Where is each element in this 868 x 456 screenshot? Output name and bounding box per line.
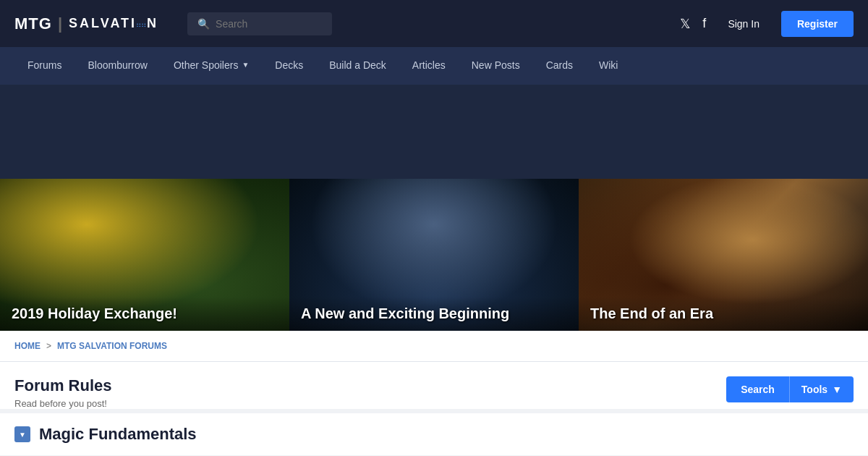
logo-dots: ∷∷ bbox=[137, 22, 147, 29]
breadcrumb: HOME > MTG SALVATION FORUMS bbox=[0, 331, 868, 362]
search-bar: 🔍 bbox=[187, 12, 332, 35]
forum-header: Forum Rules Read before you post! Search… bbox=[14, 376, 854, 409]
chevron-down-icon: ▼ bbox=[832, 384, 842, 395]
card-item-2[interactable]: A New and Exciting Beginning bbox=[289, 179, 579, 331]
logo-salvation: SALVATI∷∷N bbox=[69, 16, 158, 31]
nav-item-forums[interactable]: Forums bbox=[14, 47, 75, 85]
header: MTG | SALVATI∷∷N 🔍 𝕏 f Sign In Register bbox=[0, 0, 868, 47]
sign-in-button[interactable]: Sign In bbox=[728, 18, 760, 30]
forum-section: Forum Rules Read before you post! Search… bbox=[0, 362, 868, 409]
nav-item-cards[interactable]: Cards bbox=[533, 47, 586, 85]
twitter-icon[interactable]: 𝕏 bbox=[680, 16, 691, 32]
register-button[interactable]: Register bbox=[781, 11, 854, 37]
logo-divider: | bbox=[58, 14, 63, 33]
search-button[interactable]: Search bbox=[726, 376, 789, 402]
forum-subtitle: Read before you post! bbox=[14, 398, 111, 409]
card-label-1: 2019 Holiday Exchange! bbox=[0, 297, 289, 331]
chevron-down-icon: ▼ bbox=[19, 431, 26, 439]
magic-fundamentals-section: ▼ Magic Fundamentals bbox=[0, 413, 868, 455]
breadcrumb-separator: > bbox=[46, 341, 51, 351]
card-item-1[interactable]: 2019 Holiday Exchange! bbox=[0, 179, 289, 331]
nav-item-bloomburrow[interactable]: Bloomburrow bbox=[75, 47, 160, 85]
card-label-3: The End of an Era bbox=[579, 297, 868, 331]
card-label-2: A New and Exciting Beginning bbox=[289, 297, 579, 331]
nav-item-wiki[interactable]: Wiki bbox=[586, 47, 631, 85]
magic-fundamentals-title: Magic Fundamentals bbox=[39, 425, 197, 444]
card-item-3[interactable]: The End of an Era bbox=[579, 179, 868, 331]
chevron-down-icon: ▼ bbox=[242, 61, 249, 69]
collapse-button[interactable]: ▼ bbox=[14, 426, 30, 442]
nav-item-decks[interactable]: Decks bbox=[262, 47, 316, 85]
cards-section: 2019 Holiday Exchange! A New and Excitin… bbox=[0, 179, 868, 331]
social-icons: 𝕏 f bbox=[680, 16, 706, 32]
nav-item-other-spoilers[interactable]: Other Spoilers ▼ bbox=[161, 47, 262, 85]
breadcrumb-home[interactable]: HOME bbox=[14, 341, 41, 351]
forum-title-block: Forum Rules Read before you post! bbox=[14, 376, 111, 409]
tools-button[interactable]: Tools ▼ bbox=[789, 376, 854, 402]
logo[interactable]: MTG | SALVATI∷∷N bbox=[14, 14, 158, 33]
nav: Forums Bloomburrow Other Spoilers ▼ Deck… bbox=[0, 47, 868, 85]
facebook-icon[interactable]: f bbox=[702, 16, 706, 31]
search-input[interactable] bbox=[216, 18, 317, 30]
nav-item-articles[interactable]: Articles bbox=[399, 47, 459, 85]
search-icon: 🔍 bbox=[197, 18, 210, 30]
nav-item-new-posts[interactable]: New Posts bbox=[459, 47, 533, 85]
nav-item-build-a-deck[interactable]: Build a Deck bbox=[316, 47, 399, 85]
ad-area bbox=[0, 85, 868, 179]
logo-mtg: MTG bbox=[14, 14, 52, 33]
forum-actions: Search Tools ▼ bbox=[726, 376, 854, 402]
breadcrumb-current: MTG SALVATION FORUMS bbox=[57, 341, 167, 351]
forum-rules-title: Forum Rules bbox=[14, 376, 111, 395]
